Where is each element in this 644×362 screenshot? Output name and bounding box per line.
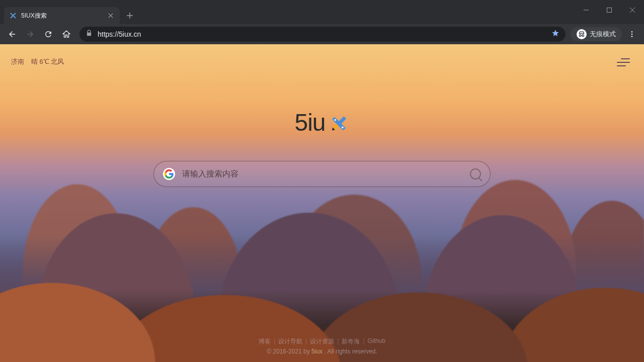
footer-link[interactable]: 博客 bbox=[259, 337, 271, 346]
weather-city: 济南 bbox=[11, 57, 24, 66]
lock-icon bbox=[86, 30, 93, 39]
footer-link[interactable]: 新奇海 bbox=[342, 337, 360, 346]
search-placeholder: 请输入搜索内容 bbox=[182, 169, 238, 179]
search-engine-icon[interactable] bbox=[163, 168, 175, 180]
logo-tools-icon bbox=[329, 112, 350, 133]
svg-rect-1 bbox=[607, 8, 612, 13]
footer-link[interactable]: 设计资源 bbox=[310, 337, 334, 346]
incognito-icon bbox=[577, 29, 587, 39]
nav-forward-button[interactable] bbox=[22, 26, 38, 42]
browser-menu-button[interactable] bbox=[624, 26, 640, 42]
footer-links: 博客| 设计导航| 设计资源| 新奇海| Github bbox=[0, 337, 644, 346]
nav-home-button[interactable] bbox=[58, 26, 74, 42]
nav-back-button[interactable] bbox=[4, 26, 20, 42]
window-maximize-button[interactable] bbox=[598, 3, 621, 18]
search-submit-icon[interactable] bbox=[470, 168, 481, 179]
window-minimize-button[interactable] bbox=[575, 3, 598, 18]
window-close-button[interactable] bbox=[621, 3, 644, 18]
address-url: https://5iux.cn bbox=[98, 30, 141, 38]
bookmark-star-icon[interactable] bbox=[551, 29, 559, 39]
site-logo: 5iu bbox=[294, 109, 349, 136]
nav-reload-button[interactable] bbox=[40, 26, 56, 42]
page-content: 济南 晴 6℃ 北风 5iu bbox=[0, 44, 644, 362]
tab-title: 5IUX搜索 bbox=[21, 12, 47, 20]
page-footer: 博客| 设计导航| 设计资源| 新奇海| Github © 2016-2021 … bbox=[0, 337, 644, 355]
weather-detail: 晴 6℃ 北风 bbox=[31, 57, 64, 66]
browser-toolbar: https://5iux.cn 无痕模式 bbox=[0, 24, 644, 44]
footer-link[interactable]: Github bbox=[368, 337, 385, 346]
logo-text: 5iu bbox=[294, 109, 325, 136]
tab-strip: 5IUX搜索 bbox=[0, 5, 644, 24]
address-bar[interactable]: https://5iux.cn bbox=[79, 27, 566, 42]
weather-widget[interactable]: 济南 晴 6℃ 北风 bbox=[11, 57, 64, 66]
svg-point-10 bbox=[631, 36, 633, 37]
tab-close-button[interactable] bbox=[107, 12, 115, 20]
svg-point-9 bbox=[631, 34, 633, 35]
new-tab-button[interactable] bbox=[123, 9, 137, 23]
footer-link[interactable]: 设计导航 bbox=[278, 337, 302, 346]
svg-point-8 bbox=[631, 31, 633, 33]
browser-tab[interactable]: 5IUX搜索 bbox=[4, 7, 120, 24]
incognito-badge[interactable]: 无痕模式 bbox=[571, 27, 622, 41]
search-bar[interactable]: 请输入搜索内容 bbox=[153, 161, 491, 187]
copyright-text: © 2016-2021 by 5iux . All rights reserve… bbox=[0, 348, 644, 355]
incognito-label: 无痕模式 bbox=[590, 30, 616, 39]
page-menu-button[interactable] bbox=[617, 57, 630, 67]
tab-favicon-icon bbox=[9, 12, 17, 20]
